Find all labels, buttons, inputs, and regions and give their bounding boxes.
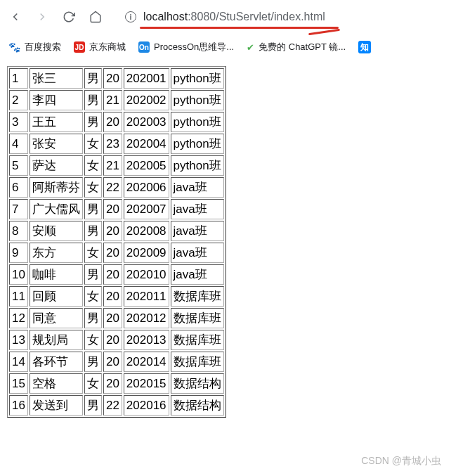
table-row: 12同意男20202012数据库班 — [9, 308, 224, 328]
browser-toolbar: i localhost:8080/StuServlet/index.html — [0, 0, 451, 34]
cell-age: 20 — [103, 286, 122, 307]
cell-age: 23 — [103, 134, 122, 154]
cell-gender: 女 — [84, 177, 102, 198]
cell-age: 22 — [103, 395, 122, 416]
cell-gender: 女 — [84, 286, 102, 307]
bookmark-zhihu[interactable]: 知 — [358, 41, 371, 53]
cell-cls: 数据库班 — [171, 352, 224, 372]
cell-gender: 女 — [84, 155, 102, 176]
back-button[interactable] — [8, 10, 22, 24]
cell-id: 1 — [9, 68, 28, 89]
forward-button[interactable] — [35, 10, 49, 24]
cell-age: 20 — [103, 243, 122, 263]
reload-button[interactable] — [62, 10, 76, 24]
cell-id: 9 — [9, 243, 28, 263]
cell-name: 张安 — [30, 134, 83, 154]
url-host: localhost — [143, 11, 188, 22]
cell-id: 3 — [9, 112, 28, 132]
table-row: 15空格女20202015数据结构 — [9, 373, 224, 394]
bookmark-chatgpt[interactable]: ✔ 免费的 ChatGPT 镜... — [247, 41, 346, 53]
table-row: 11回顾女20202011数据库班 — [9, 286, 224, 307]
cell-gender: 女 — [84, 330, 102, 350]
cell-gender: 男 — [84, 68, 102, 89]
cell-cls: python班 — [171, 90, 224, 110]
bookmark-label: ProcessOn思维导... — [154, 41, 234, 53]
cell-gender: 男 — [84, 395, 102, 416]
chatgpt-icon: ✔ — [247, 42, 254, 53]
cell-name: 张三 — [30, 68, 83, 89]
table-row: 16发送到男22202016数据结构 — [9, 395, 224, 416]
cell-name: 李四 — [30, 90, 83, 110]
cell-id: 15 — [9, 373, 28, 394]
bookmark-processon[interactable]: On ProcessOn思维导... — [138, 41, 234, 53]
cell-cls: java班 — [171, 177, 224, 198]
cell-cls: 数据库班 — [171, 308, 224, 328]
cell-age: 20 — [103, 308, 122, 328]
cell-id: 4 — [9, 134, 28, 154]
table-row: 2李四男21202002python班 — [9, 90, 224, 110]
cell-cls: 数据结构 — [171, 395, 224, 416]
cell-gender: 男 — [84, 264, 102, 285]
cell-age: 20 — [103, 264, 122, 285]
annotation-underline — [140, 27, 339, 29]
cell-cls: java班 — [171, 221, 224, 241]
watermark: CSDN @青城小虫 — [361, 455, 441, 468]
cell-sno: 202015 — [124, 373, 169, 394]
cell-gender: 女 — [84, 243, 102, 263]
cell-name: 发送到 — [30, 395, 83, 416]
table-row: 10咖啡男20202010java班 — [9, 264, 224, 285]
table-row: 5萨达女21202005python班 — [9, 155, 224, 176]
home-button[interactable] — [89, 10, 103, 24]
cell-sno: 202013 — [124, 330, 169, 350]
cell-name: 阿斯蒂芬 — [30, 177, 83, 198]
site-info-icon[interactable]: i — [125, 11, 136, 22]
cell-cls: java班 — [171, 243, 224, 263]
cell-name: 规划局 — [30, 330, 83, 350]
bookmark-baidu[interactable]: 🐾 百度搜索 — [8, 41, 61, 53]
cell-sno: 202014 — [124, 352, 169, 372]
cell-id: 8 — [9, 221, 28, 241]
student-table: 1张三男20202001python班2李四男21202002python班3王… — [7, 66, 226, 418]
cell-gender: 男 — [84, 90, 102, 110]
cell-age: 20 — [103, 199, 122, 219]
bookmark-jd[interactable]: JD 京东商城 — [74, 41, 126, 53]
cell-gender: 男 — [84, 199, 102, 219]
cell-name: 回顾 — [30, 286, 83, 307]
table-row: 1张三男20202001python班 — [9, 68, 224, 89]
bookmark-label: 百度搜索 — [25, 41, 61, 53]
cell-id: 13 — [9, 330, 28, 350]
cell-sno: 202007 — [124, 199, 169, 219]
cell-gender: 男 — [84, 221, 102, 241]
cell-name: 各环节 — [30, 352, 83, 372]
cell-cls: python班 — [171, 134, 224, 154]
cell-age: 20 — [103, 352, 122, 372]
cell-name: 东方 — [30, 243, 83, 263]
jd-icon: JD — [74, 41, 85, 53]
cell-gender: 男 — [84, 308, 102, 328]
page-content: 1张三男20202001python班2李四男21202002python班3王… — [0, 60, 451, 423]
url-text: localhost:8080/StuServlet/index.html — [143, 11, 325, 23]
cell-sno: 202004 — [124, 134, 169, 154]
cell-cls: python班 — [171, 68, 224, 89]
cell-id: 12 — [9, 308, 28, 328]
cell-age: 20 — [103, 330, 122, 350]
cell-name: 咖啡 — [30, 264, 83, 285]
table-row: 8安顺男20202008java班 — [9, 221, 224, 241]
table-row: 4张安女23202004python班 — [9, 134, 224, 154]
zhihu-icon: 知 — [358, 41, 371, 53]
cell-gender: 女 — [84, 134, 102, 154]
cell-name: 广大儒风 — [30, 199, 83, 219]
cell-id: 7 — [9, 199, 28, 219]
cell-name: 萨达 — [30, 155, 83, 176]
bookmark-label: 京东商城 — [89, 41, 126, 53]
cell-cls: 数据库班 — [171, 330, 224, 350]
cell-cls: 数据结构 — [171, 373, 224, 394]
address-bar[interactable]: i localhost:8080/StuServlet/index.html — [115, 8, 335, 26]
cell-name: 安顺 — [30, 221, 83, 241]
cell-sno: 202011 — [124, 286, 169, 307]
baidu-icon: 🐾 — [8, 41, 20, 53]
cell-id: 11 — [9, 286, 28, 307]
cell-age: 21 — [103, 155, 122, 176]
cell-name: 空格 — [30, 373, 83, 394]
cell-id: 10 — [9, 264, 28, 285]
